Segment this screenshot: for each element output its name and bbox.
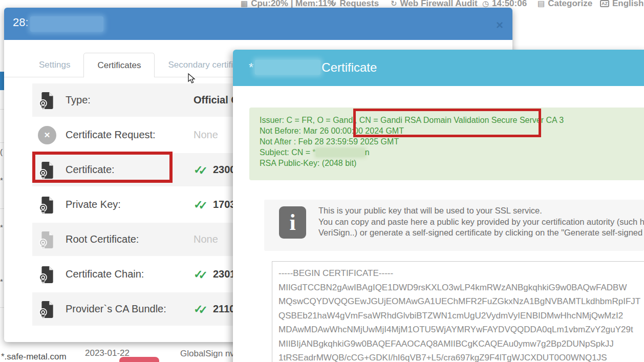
dialog-tabs: Settings Certificates Secondary certific… xyxy=(26,53,267,77)
field-label: Provider`s CA Bundle: xyxy=(66,303,167,315)
circle-x-icon: ✕ xyxy=(38,126,58,144)
info-icon: i xyxy=(279,206,306,239)
requests-icon: ↻ xyxy=(330,0,337,8)
tab-settings[interactable]: Settings xyxy=(26,53,83,77)
double-check-icon: ✓✓ xyxy=(194,198,209,211)
annotation-box-certificate-row xyxy=(32,152,173,183)
certificate-textarea[interactable]: -----BEGIN CERTIFICATE----- MIIGdTCCBN2g… xyxy=(272,261,644,362)
double-check-icon: ✓✓ xyxy=(194,163,209,177)
redacted-domain-name xyxy=(30,16,103,32)
redacted-subject xyxy=(316,148,365,157)
field-label: Certificate Request: xyxy=(66,129,167,141)
field-label: Private Key: xyxy=(66,199,167,210)
background-text-fragment: ( xyxy=(0,147,3,156)
dialog-title: * Certificate xyxy=(249,60,377,75)
field-label: Type: xyxy=(66,94,167,106)
translate-icon: AZ xyxy=(600,0,609,7)
categorize-menu[interactable]: ▤ Categorize xyxy=(538,0,592,9)
field-label: Root Certificate: xyxy=(66,233,167,245)
field-label: Certificate Chain: xyxy=(66,268,167,280)
double-check-icon: ✓✓ xyxy=(194,303,209,316)
clock-icon: ◷ xyxy=(482,0,489,8)
double-check-icon: ✓✓ xyxy=(194,268,209,281)
status-badge xyxy=(119,357,159,362)
language-menu[interactable]: AZ English xyxy=(600,0,643,9)
public-key-help-box: i This is your public key that will be u… xyxy=(264,200,644,251)
field-value: None xyxy=(194,233,218,245)
certificate-icon-muted xyxy=(38,230,58,249)
certificate-dialog: * Certificate Issuer: C = FR, O = Gandi,… xyxy=(233,50,644,362)
certificate-icon xyxy=(38,300,58,318)
mouse-cursor xyxy=(187,73,198,87)
close-icon[interactable]: × xyxy=(496,20,503,30)
subject-line: Subject: CN = *n xyxy=(260,147,644,158)
screen: ▦ Cpu:20% | Mem:11% ↻ Requests ↻ Web Fir… xyxy=(0,0,644,362)
dialog-header: 28: × xyxy=(4,8,512,40)
background-text-fragment: * xyxy=(0,223,3,231)
language-label: English xyxy=(612,0,643,9)
field-value: None xyxy=(194,129,218,141)
tab-certificates[interactable]: Certificates xyxy=(83,53,155,77)
dialog-header: * Certificate xyxy=(233,50,644,86)
redacted-domain-name xyxy=(255,60,320,75)
book-icon: ▤ xyxy=(538,0,545,8)
help-text: This is your public key that will be use… xyxy=(318,205,644,239)
public-key-line: RSA Public-Key: (2048 bit) xyxy=(260,158,644,168)
certificate-icon xyxy=(38,265,58,284)
certificate-icon xyxy=(38,196,58,214)
categorize-label: Categorize xyxy=(548,0,592,9)
background-text-fragment: * xyxy=(0,176,3,184)
firewall-audit-icon: ↻ xyxy=(391,0,397,8)
certificate-icon xyxy=(38,91,58,110)
dialog-title: 28: xyxy=(13,16,29,29)
not-after-line: Not After : Feb 28 23:59:59 2025 GMT xyxy=(260,136,644,147)
table-cell-domain: *.safe-metal.com xyxy=(1,352,67,362)
annotation-box-issuer xyxy=(353,109,541,137)
cpu-icon: ▦ xyxy=(241,0,248,8)
background-text-fragment: * xyxy=(0,277,3,286)
